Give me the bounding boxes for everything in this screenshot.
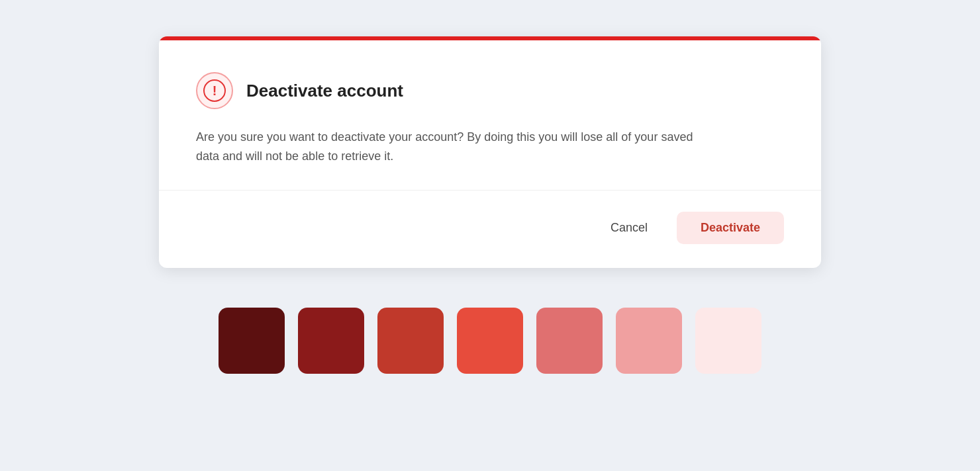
dialog-footer: Cancel Deactivate <box>196 212 784 244</box>
color-swatch-dark-red[interactable] <box>298 308 364 374</box>
warning-icon-circle: ! <box>196 72 233 109</box>
dialog-message: Are you sure you want to deactivate your… <box>196 128 699 166</box>
color-swatch-darkest-red[interactable] <box>219 308 285 374</box>
color-palette <box>219 308 761 374</box>
cancel-button[interactable]: Cancel <box>592 212 666 244</box>
warning-icon: ! <box>203 79 226 102</box>
dialog-header: ! Deactivate account <box>196 72 784 109</box>
dialog-divider <box>159 190 821 191</box>
deactivate-button[interactable]: Deactivate <box>677 212 784 244</box>
color-swatch-lightest-red[interactable] <box>695 308 761 374</box>
color-swatch-light-red[interactable] <box>536 308 603 374</box>
deactivate-dialog: ! Deactivate account Are you sure you wa… <box>159 36 821 268</box>
color-swatch-pale-red[interactable] <box>616 308 682 374</box>
dialog-body: ! Deactivate account Are you sure you wa… <box>159 40 821 268</box>
dialog-title: Deactivate account <box>246 81 403 101</box>
color-swatch-medium-red[interactable] <box>377 308 444 374</box>
color-swatch-bright-red[interactable] <box>457 308 523 374</box>
